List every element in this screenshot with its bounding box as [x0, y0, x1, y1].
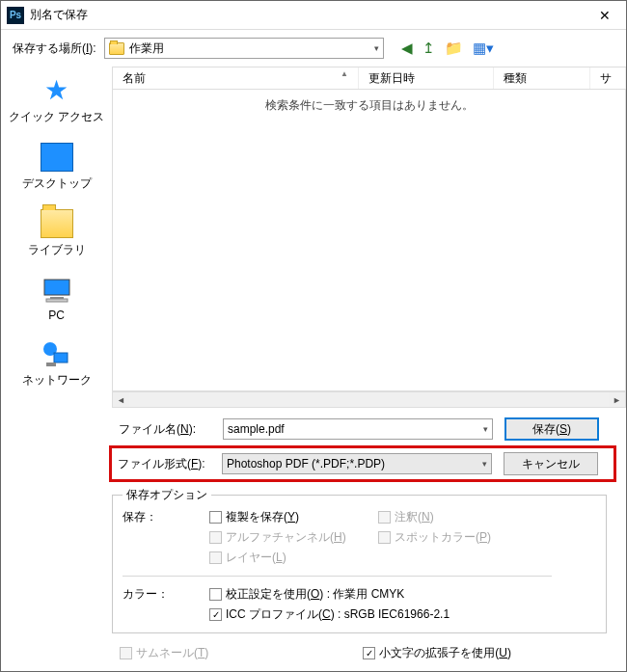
checkbox-icon	[378, 531, 391, 544]
place-library[interactable]: ライブラリ	[28, 209, 86, 258]
save-sublabel: 保存：	[123, 509, 209, 525]
empty-message: 検索条件に一致する項目はありません。	[265, 98, 474, 112]
place-pc[interactable]: PC	[41, 276, 73, 322]
library-icon	[41, 209, 73, 238]
col-size[interactable]: サ	[590, 67, 626, 89]
checkbox-icon	[209, 551, 222, 564]
icc-checkbox[interactable]: ✓ICC プロファイル(C) : sRGB IEC61966-2.1	[209, 606, 552, 623]
checkbox-checked-icon: ✓	[209, 608, 222, 621]
checkbox-checked-icon: ✓	[363, 647, 375, 659]
nav-icons: ◀ ↥ 📁 ▦▾	[401, 40, 494, 57]
svg-rect-2	[46, 299, 68, 302]
notes-checkbox: 注釈(N)	[378, 509, 552, 525]
copy-checkbox[interactable]: 複製を保存(Y)	[209, 509, 378, 525]
color-sublabel: カラー：	[123, 586, 209, 603]
svg-rect-4	[54, 353, 68, 363]
format-label: ファイル形式(F):	[114, 456, 210, 472]
h-scrollbar[interactable]: ◄ ►	[112, 391, 626, 408]
proof-checkbox[interactable]: 校正設定を使用(O) : 作業用 CMYK	[209, 586, 552, 603]
new-folder-icon[interactable]: 📁	[445, 40, 463, 57]
filename-input[interactable]: sample.pdf ▾	[223, 418, 493, 440]
chevron-down-icon: ▾	[482, 459, 487, 469]
col-name[interactable]: 名前 ▲	[113, 67, 359, 89]
save-button[interactable]: 保存(S)	[504, 417, 599, 441]
scroll-left-button[interactable]: ◄	[113, 392, 129, 407]
location-label: 保存する場所(I):	[13, 40, 96, 57]
file-list[interactable]: 検索条件に一致する項目はありません。	[112, 90, 626, 391]
location-select[interactable]: 作業用 ▾	[104, 38, 384, 59]
window-title: 別名で保存	[30, 7, 584, 23]
checkbox-icon	[120, 647, 132, 659]
sort-asc-icon: ▲	[341, 69, 348, 78]
layer-checkbox: レイヤー(L)	[209, 550, 378, 566]
checkbox-icon	[209, 531, 222, 544]
titlebar: Ps 別名で保存 ✕	[1, 1, 626, 30]
thumbnail-checkbox: サムネール(T)	[112, 645, 208, 661]
location-value: 作業用	[129, 40, 164, 57]
folder-icon	[109, 42, 124, 55]
back-icon[interactable]: ◀	[401, 40, 413, 57]
col-kind[interactable]: 種類	[494, 67, 590, 89]
location-row: 保存する場所(I): 作業用 ▾ ◀ ↥ 📁 ▦▾	[1, 30, 626, 67]
file-list-header: 名前 ▲ 更新日時 種類 サ	[112, 67, 626, 90]
format-select[interactable]: Photoshop PDF (*.PDF;*.PDP) ▾	[222, 453, 492, 474]
scroll-right-button[interactable]: ►	[609, 392, 625, 407]
view-menu-icon[interactable]: ▦▾	[473, 40, 494, 57]
desktop-icon	[41, 143, 73, 172]
places-bar: ★ クイック アクセス デスクトップ ライブラリ PC	[1, 67, 112, 671]
save-as-dialog: Ps 別名で保存 ✕ 保存する場所(I): 作業用 ▾ ◀ ↥ 📁 ▦▾ ★ ク…	[0, 0, 627, 672]
star-icon: ★	[41, 76, 73, 105]
save-options-group: 保存オプション 保存： 複製を保存(Y) 注釈(N) アルファチャンネル(H) …	[112, 487, 607, 633]
pc-icon	[41, 276, 73, 305]
app-icon: Ps	[7, 7, 24, 24]
place-quick-access[interactable]: ★ クイック アクセス	[9, 76, 104, 125]
col-date[interactable]: 更新日時	[359, 67, 494, 89]
network-icon	[41, 339, 73, 368]
filename-row: ファイル名(N): sample.pdf ▾ 保存(S)	[112, 417, 616, 441]
svg-rect-0	[44, 280, 69, 295]
filename-label: ファイル名(N):	[115, 421, 211, 438]
format-row: ファイル形式(F): Photoshop PDF (*.PDF;*.PDP) ▾…	[109, 445, 616, 482]
lowercase-ext-checkbox[interactable]: ✓小文字の拡張子を使用(U)	[363, 645, 511, 661]
close-button[interactable]: ✕	[584, 1, 626, 30]
checkbox-icon	[378, 511, 391, 524]
chevron-down-icon: ▾	[374, 43, 379, 53]
footer-row: サムネール(T) ✓小文字の拡張子を使用(U)	[112, 641, 626, 671]
save-options-legend: 保存オプション	[123, 487, 211, 503]
chevron-down-icon: ▾	[483, 424, 488, 434]
checkbox-icon	[209, 588, 222, 601]
svg-rect-5	[46, 363, 56, 366]
scroll-track[interactable]	[129, 392, 609, 407]
up-icon[interactable]: ↥	[423, 40, 435, 57]
checkbox-icon	[209, 511, 222, 524]
place-desktop[interactable]: デスクトップ	[22, 143, 92, 192]
alpha-checkbox: アルファチャンネル(H)	[209, 529, 378, 546]
cancel-button[interactable]: キャンセル	[504, 452, 598, 475]
place-network[interactable]: ネットワーク	[22, 339, 92, 389]
spot-checkbox: スポットカラー(P)	[378, 529, 552, 546]
